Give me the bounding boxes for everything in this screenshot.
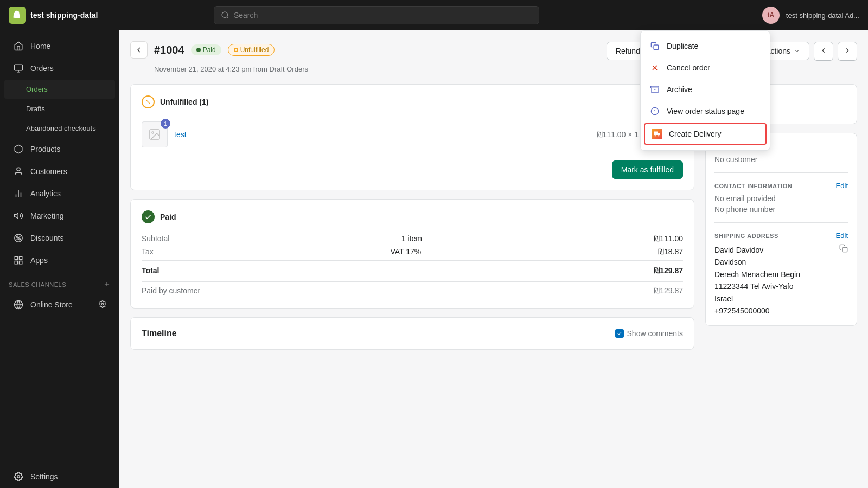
- topbar-right: tA test shipping-datal Ad...: [762, 7, 859, 24]
- contact-info-title: CONTACT INFORMATION: [714, 183, 792, 189]
- svg-rect-14: [20, 256, 22, 259]
- paid-by-amount: ₪129.87: [654, 286, 683, 295]
- shipping-address-header: SHIPPING ADDRESS Edit: [714, 232, 848, 240]
- sidebar-item-settings[interactable]: Settings: [4, 466, 115, 487]
- store-logo[interactable]: test shipping-datal: [9, 7, 98, 24]
- svg-rect-26: [654, 45, 659, 50]
- product-qty-badge: 1: [161, 119, 170, 129]
- payment-header: Paid: [142, 210, 683, 223]
- subtotal-items: 1 item: [401, 234, 422, 243]
- sidebar-item-apps[interactable]: Apps: [4, 249, 115, 271]
- orders-label: Orders: [30, 64, 54, 73]
- contact-info-section: CONTACT INFORMATION Edit No email provid…: [714, 172, 848, 214]
- svg-line-12: [16, 236, 21, 240]
- svg-point-34: [655, 135, 656, 137]
- create-delivery-label: Create Delivery: [669, 130, 721, 138]
- sidebar-nav: Home Orders Orders Drafts Abandoned chec…: [0, 30, 119, 457]
- paid-dot: [196, 48, 201, 52]
- dropdown-duplicate[interactable]: Duplicate: [641, 35, 770, 57]
- dropdown-create-delivery[interactable]: Create Delivery: [644, 123, 767, 145]
- sidebar-item-orders[interactable]: Orders: [4, 57, 115, 79]
- svg-point-24: [152, 132, 154, 133]
- view-status-label: View order status page: [667, 107, 744, 115]
- sales-channels-label: Sales Channels: [9, 281, 66, 288]
- address-line2: Derech Menachem Begin: [714, 268, 800, 280]
- search-icon: [221, 11, 229, 20]
- view-status-icon: [649, 106, 660, 117]
- total-row: Total ₪129.87: [142, 260, 683, 277]
- svg-rect-16: [20, 261, 22, 264]
- product-name[interactable]: test: [174, 130, 590, 139]
- show-comments-toggle[interactable]: Show comments: [615, 329, 683, 338]
- contact-edit-link[interactable]: Edit: [836, 182, 848, 190]
- avatar: tA: [762, 7, 780, 24]
- marketing-icon: [13, 210, 24, 221]
- total-label: Total: [142, 266, 159, 275]
- marketing-label: Marketing: [30, 211, 63, 220]
- products-label: Products: [30, 145, 60, 153]
- shipping-address-row: David Davidov Davidson Derech Menachem B…: [714, 244, 848, 317]
- svg-point-5: [17, 168, 20, 171]
- mark-fulfilled-button[interactable]: Mark as fulfilled: [612, 160, 683, 179]
- next-order-button[interactable]: [838, 42, 857, 61]
- total-amount: ₪129.87: [654, 266, 683, 275]
- sidebar-item-home[interactable]: Home: [4, 35, 115, 57]
- unfulfilled-icon: [142, 95, 155, 108]
- add-channel-icon[interactable]: [103, 280, 111, 289]
- copy-address-icon[interactable]: [839, 244, 848, 254]
- sidebar-item-marketing[interactable]: Marketing: [4, 205, 115, 227]
- settings-label: Settings: [30, 472, 58, 481]
- dropdown-archive[interactable]: Archive: [641, 79, 770, 100]
- subtotal-amount: ₪111.00: [654, 234, 683, 243]
- archive-label: Archive: [667, 85, 692, 94]
- create-delivery-icon: [652, 129, 662, 139]
- cancel-label: Cancel order: [667, 63, 710, 72]
- sidebar-settings-divider: [0, 461, 119, 461]
- home-icon: [13, 41, 24, 52]
- sidebar-item-abandoned[interactable]: Abandoned checkouts: [4, 119, 115, 138]
- svg-line-1: [227, 17, 228, 18]
- sidebar-item-analytics[interactable]: Analytics: [4, 183, 115, 204]
- payment-card: Paid Subtotal 1 item ₪111.00 Tax VAT 17%…: [130, 199, 694, 309]
- subtotal-label: Subtotal: [142, 234, 169, 243]
- sidebar-item-discounts[interactable]: Discounts: [4, 227, 115, 249]
- apps-label: Apps: [30, 256, 48, 265]
- order-number: #1004: [154, 44, 184, 56]
- address-name: David Davidov: [714, 244, 800, 256]
- shipping-edit-link[interactable]: Edit: [836, 232, 848, 240]
- abandoned-label: Abandoned checkouts: [26, 124, 96, 132]
- timeline-header: Timeline Show comments: [142, 329, 683, 338]
- tax-row: Tax VAT 17% ₪18.87: [142, 245, 683, 258]
- sidebar-item-customers[interactable]: Customers: [4, 160, 115, 182]
- more-actions-dropdown: Duplicate Cancel order Archive View orde…: [640, 30, 770, 151]
- orders-icon: [13, 63, 24, 74]
- sidebar: Home Orders Orders Drafts Abandoned chec…: [0, 30, 119, 488]
- sidebar-item-products[interactable]: Products: [4, 138, 115, 160]
- search-input[interactable]: [234, 11, 532, 20]
- svg-rect-13: [15, 256, 17, 259]
- drafts-label: Drafts: [26, 105, 45, 113]
- address-phone: +972545000000: [714, 305, 800, 317]
- analytics-icon: [13, 188, 24, 199]
- no-phone: No phone number: [714, 205, 848, 214]
- online-store-icon: [13, 299, 24, 310]
- svg-rect-29: [651, 86, 659, 88]
- svg-marker-9: [15, 213, 18, 219]
- contact-info-header: CONTACT INFORMATION Edit: [714, 182, 848, 190]
- online-store-settings-icon[interactable]: [99, 300, 106, 310]
- shipping-title: SHIPPING ADDRESS: [714, 233, 778, 239]
- cancel-icon: [649, 62, 660, 73]
- dropdown-cancel[interactable]: Cancel order: [641, 57, 770, 79]
- customer-card: Customer No customer CONTACT INFORMATION…: [705, 133, 857, 326]
- address-country: Israel: [714, 293, 800, 305]
- svg-rect-2: [15, 65, 23, 70]
- product-price: ₪111.00 × 1: [597, 130, 639, 139]
- tax-type: VAT 17%: [390, 247, 421, 256]
- sidebar-item-online-store[interactable]: Online Store: [4, 294, 115, 316]
- prev-order-button[interactable]: [814, 42, 833, 61]
- sidebar-item-orders-sub[interactable]: Orders: [4, 80, 115, 99]
- sidebar-item-drafts[interactable]: Drafts: [4, 99, 115, 118]
- dropdown-view-status[interactable]: View order status page: [641, 100, 770, 122]
- svg-point-11: [19, 239, 21, 240]
- back-button[interactable]: [130, 41, 148, 59]
